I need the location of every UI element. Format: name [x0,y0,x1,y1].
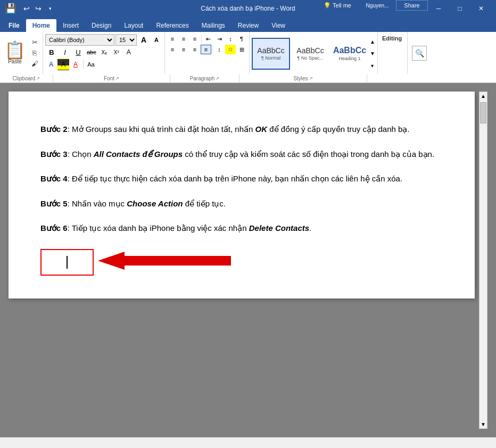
undo-button[interactable]: ↩ [21,3,32,14]
italic-button[interactable]: I [59,46,71,58]
paragraph-expand[interactable]: ↗ [216,76,219,81]
scrollbar-down-button[interactable]: ▼ [480,420,487,428]
scrollbar-up-button[interactable]: ▲ [480,92,487,100]
step2-ok: OK [255,125,268,134]
styles-scroll-up[interactable]: ▲ [370,39,375,45]
tab-layout[interactable]: Layout [118,19,150,32]
editing-group: Editing [378,32,408,74]
font-name-select[interactable]: Calibri (Body) [45,34,114,46]
tab-insert[interactable]: Insert [56,19,85,32]
sort-button[interactable]: ↕ [225,34,236,44]
document-page[interactable]: Bước 2: Mở Groups sau khi quá trình cài … [9,92,475,298]
share-button[interactable]: Share [396,0,428,11]
styles-more-button[interactable]: ▾ [370,63,375,69]
search-group: 🔍 [408,32,431,74]
underline-button[interactable]: U [72,46,85,58]
font-grow-button[interactable]: A [138,34,150,46]
shading-button[interactable]: □ [225,45,236,54]
style-nospace-card[interactable]: AaBbCc ¶ No Spac... [291,38,329,70]
save-icon[interactable]: 💾 [4,2,17,15]
tab-mailings[interactable]: Mailings [195,19,232,32]
heading-label: Heading 1 [338,56,360,61]
tab-view[interactable]: View [265,19,292,32]
para-step6: Bước 6: Tiếp tục xóa danh bạ iPhone bằng… [40,222,443,235]
search-icon: 🔍 [415,49,424,57]
font-shrink-button[interactable]: A [151,34,162,46]
align-right-button[interactable]: ≡ [189,45,200,54]
strikethrough-button[interactable]: abc [85,46,98,58]
font-group: Calibri (Body) 15 A A B I U abc X₂ X² A … [43,32,165,74]
tab-file[interactable]: File [2,19,26,32]
superscript-button[interactable]: X² [111,46,122,58]
bullets-button[interactable]: ≡ [167,34,178,44]
annotation-box[interactable] [40,249,94,276]
font-label: Font ↗ [53,74,170,82]
editing-label: Editing [380,34,404,43]
styles-expand[interactable]: ↗ [309,76,313,81]
tab-home[interactable]: Home [26,19,56,32]
cut-button[interactable]: ✂ [30,38,39,47]
clipboard-expand[interactable]: ↗ [36,76,40,81]
font-size-select[interactable]: 15 [115,34,137,46]
text-effects-button[interactable]: A [45,59,57,70]
justify-button[interactable]: ≡ [201,45,211,54]
redo-button[interactable]: ↪ [33,3,44,14]
styles-label: Styles ↗ [239,74,367,82]
tab-design[interactable]: Design [85,19,118,32]
annotation-arrow [98,247,236,278]
format-painter-button[interactable]: 🖌 [30,59,39,69]
document-content: Bước 2: Mở Groups sau khi quá trình cài … [40,123,443,277]
window-controls: 💡 Tell me Nguyen... Share ─ □ ✕ [316,0,492,17]
clear-format-button[interactable]: A [123,46,135,58]
font-expand[interactable]: ↗ [115,76,119,81]
para-step5: Bước 5: Nhấn vào mục Choose Action để ti… [40,198,443,210]
text-cursor [67,256,68,269]
font-color-button[interactable]: A [70,59,81,70]
multilevel-button[interactable]: ≡ [189,34,200,44]
step2-label: Bước 2 [40,125,68,134]
paragraph-label: Paragraph ↗ [170,74,239,82]
subscript-button[interactable]: X₂ [98,46,110,58]
tell-me-button[interactable]: 💡 Tell me [316,0,359,11]
scrollbar-thumb[interactable] [480,102,486,123]
user-button[interactable]: Nguyen... [359,0,396,11]
title-bar: 💾 ↩ ↪ ▾ Cách xóa danh bạ iPhone - Word 💡… [0,0,496,17]
show-hide-button[interactable]: ¶ [236,34,247,44]
align-left-button[interactable]: ≡ [167,45,178,54]
normal-label: ¶ Normal [261,55,280,61]
quick-access-more[interactable]: ▾ [45,3,55,14]
line-spacing-button[interactable]: ↕ [214,45,225,54]
highlight-button[interactable]: A [57,59,69,70]
step3-bold-italic: All Contacts để Groups [94,150,183,159]
tab-references[interactable]: References [150,19,195,32]
styles-scroll-down[interactable]: ▼ [370,51,375,56]
step6-label: Bước 6 [40,223,68,233]
nospace-label: ¶ No Spac... [297,55,323,61]
tab-review[interactable]: Review [232,19,265,32]
search-button[interactable]: 🔍 [412,46,427,61]
align-center-button[interactable]: ≡ [178,45,189,54]
paste-button[interactable]: 📋 Paste [2,40,28,65]
step6-bold-italic: Delete Contacts [249,223,309,233]
decrease-indent-button[interactable]: ⇤ [203,34,213,44]
bold-button[interactable]: B [45,46,58,58]
change-case-button[interactable]: Aa [85,59,97,70]
para-step4: Bước 4: Để tiếp tục thực hiện cách xóa d… [40,173,443,185]
step3-label: Bước 3 [40,150,68,159]
step5-bold-italic: Choose Action [127,199,183,208]
para-step2: Bước 2: Mở Groups sau khi quá trình cài … [40,123,443,136]
increase-indent-button[interactable]: ⇥ [214,34,225,44]
minimize-button[interactable]: ─ [428,0,449,17]
title-bar-left: 💾 ↩ ↪ ▾ [4,2,55,15]
numbering-button[interactable]: ≡ [178,34,189,44]
ribbon-labels-row: Clipboard ↗ Font ↗ Paragraph ↗ Styles ↗ [0,74,496,82]
restore-button[interactable]: □ [449,0,470,17]
step4-label: Bước 4 [40,174,68,183]
close-button[interactable]: ✕ [470,0,492,17]
copy-button[interactable]: ⎘ [30,48,39,58]
annotation-area [40,247,443,278]
style-heading-card[interactable]: AaBbCc Heading 1 [330,38,369,70]
borders-button[interactable]: ⊞ [236,45,247,54]
undo-redo-group: ↩ ↪ ▾ [21,3,55,14]
style-normal-card[interactable]: AaBbCc ¶ Normal [252,38,290,70]
